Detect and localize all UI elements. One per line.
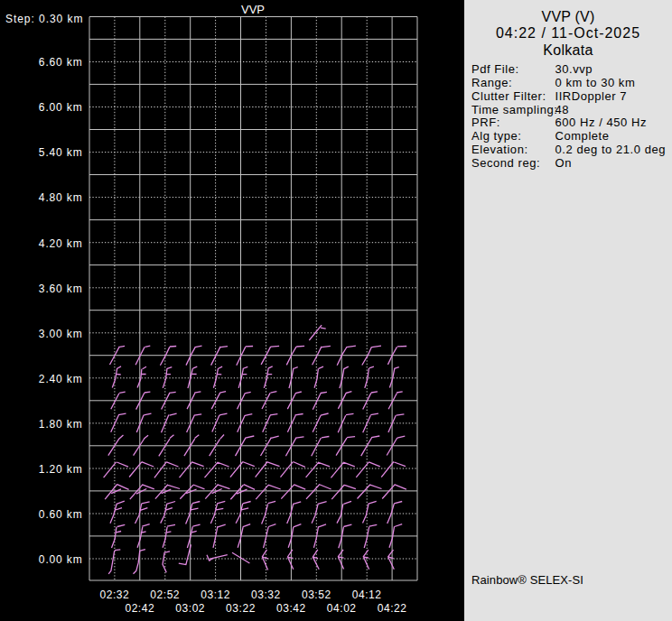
svg-text:PRF:: PRF: [471, 116, 500, 129]
svg-text:Alg type:: Alg type: [471, 129, 522, 143]
svg-text:1.20 km: 1.20 km [39, 463, 83, 476]
svg-text:Elevation:: Elevation: [471, 143, 528, 156]
svg-text:04:22 / 11-Oct-2025: 04:22 / 11-Oct-2025 [496, 25, 640, 41]
svg-text:0 km to 30 km: 0 km to 30 km [555, 76, 636, 89]
svg-text:30.vvp: 30.vvp [555, 62, 593, 76]
svg-text:VVP: VVP [241, 3, 265, 16]
svg-text:IIRDoppler 7: IIRDoppler 7 [555, 89, 628, 103]
svg-text:02:32: 02:32 [100, 589, 130, 601]
svg-text:Clutter Filter:: Clutter Filter: [471, 89, 546, 103]
svg-text:Second reg:: Second reg: [471, 156, 540, 170]
svg-text:0.60 km: 0.60 km [39, 508, 83, 521]
svg-text:0.2 deg to 21.0 deg: 0.2 deg to 21.0 deg [555, 143, 667, 156]
svg-text:5.40 km: 5.40 km [39, 146, 83, 159]
svg-text:3.00 km: 3.00 km [39, 328, 83, 340]
svg-text:0.00 km: 0.00 km [39, 553, 83, 566]
svg-text:04:02: 04:02 [327, 602, 357, 615]
svg-text:03:22: 03:22 [226, 602, 256, 615]
svg-text:Pdf File:: Pdf File: [471, 62, 519, 76]
svg-text:600 Hz / 450 Hz: 600 Hz / 450 Hz [555, 116, 647, 129]
svg-text:1.80 km: 1.80 km [39, 418, 83, 431]
svg-text:03:02: 03:02 [175, 602, 205, 615]
svg-text:48: 48 [555, 103, 570, 116]
svg-text:6.60 km: 6.60 km [39, 56, 83, 69]
svg-text:2.40 km: 2.40 km [39, 373, 83, 385]
svg-text:03:12: 03:12 [201, 589, 230, 601]
svg-text:03:32: 03:32 [251, 589, 281, 601]
svg-text:3.60 km: 3.60 km [39, 283, 83, 295]
svg-text:Rainbow® SELEX-SI: Rainbow® SELEX-SI [471, 573, 583, 587]
svg-text:02:52: 02:52 [150, 589, 180, 601]
svg-text:VVP (V): VVP (V) [542, 9, 595, 24]
svg-text:04:12: 04:12 [352, 589, 382, 601]
svg-text:Complete: Complete [555, 129, 610, 143]
svg-text:02:42: 02:42 [125, 602, 154, 615]
svg-text:03:42: 03:42 [276, 602, 306, 615]
svg-text:4.80 km: 4.80 km [39, 191, 83, 204]
svg-text:4.20 km: 4.20 km [39, 237, 83, 250]
svg-text:Kolkata: Kolkata [543, 42, 593, 58]
svg-text:Range:: Range: [471, 76, 512, 89]
svg-text:Step: 0.30 km: Step: 0.30 km [5, 13, 83, 25]
svg-text:04:22: 04:22 [378, 602, 407, 615]
svg-text:On: On [555, 156, 572, 170]
svg-text:6.00 km: 6.00 km [39, 101, 83, 114]
svg-text:03:52: 03:52 [302, 589, 331, 601]
svg-text:Time sampling:: Time sampling: [471, 103, 557, 116]
